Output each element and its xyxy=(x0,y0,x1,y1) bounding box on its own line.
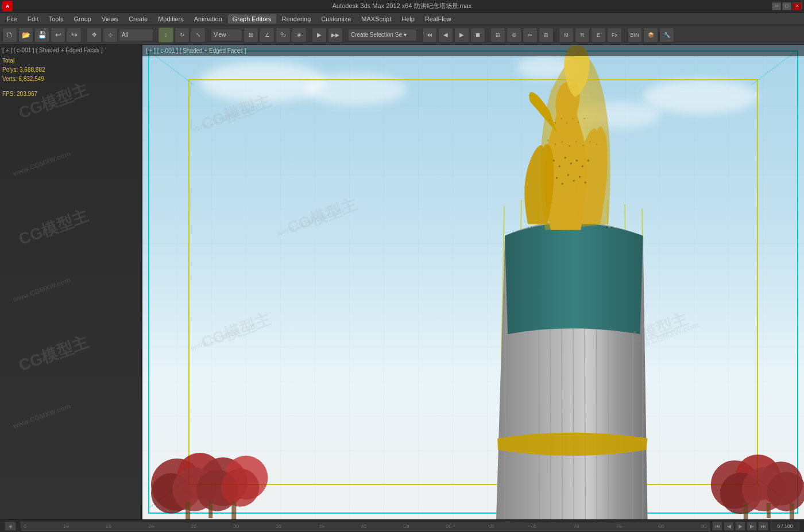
frame-counter[interactable]: 0 / 100 xyxy=(771,522,799,531)
sep4 xyxy=(309,28,310,42)
window-title: Autodesk 3ds Max 2012 x64 防洪纪念塔场景.max xyxy=(333,2,472,10)
window-controls: ─ □ ✕ xyxy=(772,2,802,10)
menu-views[interactable]: Views xyxy=(97,14,123,24)
viewport-label: [ + ] [ c-001 ] [ Shaded + Edged Faces ] xyxy=(2,47,103,53)
environment-button[interactable]: E xyxy=(591,28,606,42)
render-button[interactable]: ▶ xyxy=(312,28,327,42)
mirror-button[interactable]: ⇔ xyxy=(523,28,538,42)
tick-80: 80 xyxy=(659,523,664,529)
new-scene-button[interactable]: 🗋 xyxy=(2,28,17,42)
array-button[interactable]: ⊞ xyxy=(539,28,554,42)
angle-snap-button[interactable]: ∠ xyxy=(260,28,275,42)
polys-label: Polys: xyxy=(2,67,18,73)
statusbar: ◈ 0 10 15 20 25 30 35 40 45 50 55 60 65 … xyxy=(0,519,804,532)
close-button[interactable]: ✕ xyxy=(793,2,802,10)
main-area: CG模型主 www.CGMXW.com CG模型主 www.CGMXW.com … xyxy=(0,45,804,519)
select-region-button[interactable]: ⊹ xyxy=(103,28,118,42)
sep8 xyxy=(556,28,556,42)
extra-btn1[interactable]: BIN xyxy=(627,28,642,42)
menubar: File Edit Tools Group Views Create Modif… xyxy=(0,13,804,25)
toolbar: 🗋 📂 💾 ↩ ↪ ✥ ⊹ All ↕ ↻ ⤡ View ⊞ ∠ % ◈ ▶ ▶… xyxy=(0,25,804,45)
polys-value: 3,688,882 xyxy=(20,67,45,73)
tick-0: 0 xyxy=(24,523,26,529)
menu-customize[interactable]: Customize xyxy=(316,14,355,24)
next-frame-status-button[interactable]: ▶ xyxy=(747,522,757,531)
scale-button[interactable]: ⤡ xyxy=(191,28,206,42)
play-status-button[interactable]: ▶ xyxy=(735,522,745,531)
redo-button[interactable]: ↪ xyxy=(67,28,82,42)
tick-25: 25 xyxy=(191,523,196,529)
viewport-topbar-label: [ + ] [ c-001 ] [ Shaded + Edged Faces ] xyxy=(146,48,246,54)
undo-button[interactable]: ↩ xyxy=(51,28,65,42)
menu-file[interactable]: File xyxy=(2,14,22,24)
save-button[interactable]: 💾 xyxy=(34,28,49,42)
go-end-button[interactable]: ⏭ xyxy=(758,522,768,531)
menu-help[interactable]: Help xyxy=(397,14,419,24)
percent-snap-button[interactable]: % xyxy=(276,28,291,42)
select-object-button[interactable]: ✥ xyxy=(87,28,102,42)
sep1 xyxy=(84,28,84,42)
select-filter-dropdown[interactable]: All xyxy=(119,29,153,41)
move-button[interactable]: ↕ xyxy=(159,28,173,42)
timeline-bar[interactable]: 0 10 15 20 25 30 35 40 45 50 55 60 65 70… xyxy=(21,522,710,531)
tick-20: 20 xyxy=(148,523,154,529)
extra-btn3[interactable]: 🔧 xyxy=(659,28,674,42)
tick-15: 15 xyxy=(106,523,111,529)
stop-button[interactable]: ⏹ xyxy=(470,28,485,42)
sep5 xyxy=(345,28,346,42)
named-selection-dropdown[interactable]: Create Selection Se ▾ xyxy=(348,29,417,41)
tick-65: 65 xyxy=(531,523,537,529)
minimize-button[interactable]: ─ xyxy=(772,2,781,10)
tick-10: 10 xyxy=(63,523,69,529)
menu-modifiers[interactable]: Modifiers xyxy=(153,14,188,24)
render-frame-button[interactable]: ▶▶ xyxy=(328,28,343,42)
tick-45: 45 xyxy=(361,523,366,529)
menu-create[interactable]: Create xyxy=(124,14,152,24)
tick-35: 35 xyxy=(276,523,281,529)
tick-85: 85 xyxy=(701,523,707,529)
menu-animation[interactable]: Animation xyxy=(190,14,227,24)
spinner-snap-button[interactable]: ◈ xyxy=(292,28,307,42)
snap-button[interactable]: ⊞ xyxy=(243,28,258,42)
total-label: Total xyxy=(2,56,45,65)
prev-frame-button[interactable]: ◀ xyxy=(438,28,453,42)
tick-50: 50 xyxy=(403,523,409,529)
view-dropdown[interactable]: View xyxy=(211,29,242,41)
layer-manager-button[interactable]: ⊟ xyxy=(490,28,505,42)
sep6 xyxy=(419,28,420,42)
next-frame-button[interactable]: ▶ xyxy=(454,28,469,42)
effects-button[interactable]: Fx xyxy=(607,28,622,42)
main-viewport[interactable]: CG模型主 www.CGMXW.com CG模型主 www.CGMXW.com … xyxy=(142,45,804,519)
menu-tools[interactable]: Tools xyxy=(44,14,68,24)
fps-label: FPS: xyxy=(2,91,15,97)
sep3 xyxy=(208,28,208,42)
app-logo: A xyxy=(2,1,13,11)
prev-frame-status-button[interactable]: ◀ xyxy=(724,522,734,531)
menu-edit[interactable]: Edit xyxy=(23,14,43,24)
menu-maxscript[interactable]: MAXScript xyxy=(357,14,396,24)
polys-stat: Polys: 3,688,882 xyxy=(2,65,45,75)
fps-info: FPS: 203.967 xyxy=(2,91,37,97)
fps-value: 203.967 xyxy=(17,91,37,97)
tick-75: 75 xyxy=(616,523,622,529)
extra-btn2[interactable]: 📦 xyxy=(643,28,658,42)
menu-realflow[interactable]: RealFlow xyxy=(420,14,456,24)
tick-55: 55 xyxy=(446,523,451,529)
menu-rendering[interactable]: Rendering xyxy=(277,14,316,24)
align-button[interactable]: ⊜ xyxy=(507,28,521,42)
status-icon[interactable]: ◈ xyxy=(5,522,16,531)
go-start-button[interactable]: ⏮ xyxy=(712,522,722,531)
play-button[interactable]: ⏮ xyxy=(422,28,437,42)
menu-group[interactable]: Group xyxy=(69,14,96,24)
rotate-button[interactable]: ↻ xyxy=(175,28,190,42)
tick-30: 30 xyxy=(233,523,239,529)
viewport-topbar: [ + ] [ c-001 ] [ Shaded + Edged Faces ] xyxy=(142,45,804,56)
open-button[interactable]: 📂 xyxy=(18,28,33,42)
menu-graph-editors[interactable]: Graph Editors xyxy=(228,14,276,24)
render-setup-button[interactable]: R xyxy=(575,28,590,42)
tick-70: 70 xyxy=(574,523,579,529)
viewport-stats: Total Polys: 3,688,882 Verts: 6,832,549 xyxy=(2,56,45,84)
playback-controls: ⏮ ◀ ▶ ▶ ⏭ xyxy=(712,522,768,531)
maximize-button[interactable]: □ xyxy=(782,2,791,10)
material-editor-button[interactable]: M xyxy=(559,28,574,42)
